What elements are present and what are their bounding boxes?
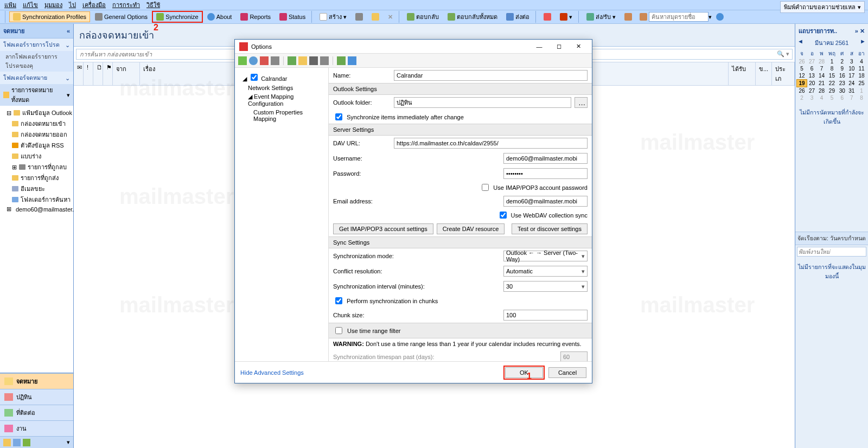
forward-button[interactable]: ส่งต่อ — [502, 10, 533, 23]
browse-folder-button[interactable]: … — [575, 97, 588, 108]
col-size[interactable]: ข... — [756, 62, 772, 85]
col-importance[interactable]: ! — [84, 62, 93, 85]
cancel-button[interactable]: Cancel — [548, 367, 586, 378]
col-category[interactable]: ประเภ — [772, 62, 795, 85]
password-input[interactable] — [503, 168, 588, 179]
add-profile-icon[interactable] — [238, 56, 247, 65]
folder-list-icon[interactable] — [13, 439, 21, 446]
menu-go[interactable]: ไป — [69, 0, 76, 10]
synchronize-button[interactable]: Synchronize — [152, 11, 202, 22]
sync-mode-select[interactable]: Outlook ← → Server (Two-Way)▾ — [503, 251, 588, 261]
reply-all-button[interactable]: ตอบกลับทั้งหมด — [444, 10, 501, 23]
tree-junk[interactable]: อีเมลขยะ — [12, 183, 72, 194]
nav-overflow[interactable]: ▾ — [67, 439, 70, 446]
notes-icon[interactable] — [3, 439, 11, 446]
ok-button[interactable]: OK — [505, 367, 543, 378]
col-from[interactable]: จาก — [113, 62, 140, 85]
interval-select[interactable]: 30▾ — [503, 281, 588, 292]
cal-prev[interactable]: ◄ — [797, 38, 803, 48]
tree-sent[interactable]: รายการที่ถูกส่ง — [12, 172, 72, 183]
help-button[interactable] — [712, 11, 727, 22]
nav-contacts[interactable]: ที่ติดต่อ — [0, 405, 73, 420]
log-icon[interactable] — [320, 56, 329, 65]
name-input[interactable] — [394, 70, 588, 81]
send-receive-button[interactable]: ส่ง/รับ ▾ — [583, 10, 620, 23]
reports-button[interactable]: Reports — [237, 11, 275, 22]
chunk-size-input[interactable] — [503, 310, 588, 321]
conflict-select[interactable]: Automatic▾ — [503, 266, 588, 277]
cal-next[interactable]: ► — [860, 38, 866, 48]
nav-tasks[interactable]: งาน — [0, 420, 73, 436]
create-dav-button[interactable]: Create DAV resource — [437, 223, 505, 234]
todo-collapse[interactable]: » — [855, 28, 858, 34]
mail-folders-header[interactable]: โฟลเดอร์จดหมาย⌄ — [0, 72, 73, 84]
chunks-check[interactable] — [335, 297, 342, 304]
collapse-icon[interactable]: « — [67, 28, 70, 34]
use-webdav-check[interactable] — [500, 212, 507, 219]
search-icon[interactable]: 🔍 ▾ — [777, 50, 789, 57]
col-icon[interactable]: ✉ — [74, 62, 84, 85]
tree-drafts[interactable]: แบบร่าง — [12, 151, 72, 162]
profile-checkbox[interactable] — [251, 74, 258, 81]
status-button[interactable]: Status — [276, 11, 309, 22]
export-icon[interactable] — [337, 56, 346, 65]
new-task-input[interactable] — [797, 247, 866, 257]
menu-help[interactable]: วิธีใช้ — [146, 0, 160, 10]
all-mail-items[interactable]: รายการจดหมายทั้งหมด ▾ — [0, 84, 73, 106]
tree-network[interactable]: Network Settings — [248, 84, 326, 92]
use-imap-check[interactable] — [482, 184, 489, 191]
print-button[interactable] — [352, 11, 367, 22]
menu-actions[interactable]: การกระทำ — [112, 0, 140, 10]
outlook-folder-input[interactable] — [394, 97, 571, 108]
categorize-button[interactable] — [540, 11, 555, 22]
test-discover-button[interactable]: Test or discover settings — [512, 223, 588, 234]
about-button[interactable]: About — [203, 11, 236, 22]
address-book-search[interactable]: ▾ — [640, 12, 712, 22]
menu-tools[interactable]: เครื่องมือ — [82, 0, 106, 10]
task-sort-header[interactable]: จัดเรียงตาม: วันครบกำหนด — [795, 232, 868, 245]
window-close[interactable]: ✕ — [569, 41, 588, 52]
flag-button[interactable]: ▾ — [556, 11, 576, 22]
reply-button[interactable]: ตอบกลับ — [403, 10, 443, 23]
tree-outbox[interactable]: กล่องจดหมายออก — [12, 129, 72, 140]
mini-calendar[interactable]: จอพพฤศสอา2627281234567891011121314151617… — [795, 48, 868, 103]
cache-icon[interactable] — [309, 56, 318, 65]
import-icon[interactable] — [348, 56, 356, 65]
new-button[interactable]: สร้าง ▾ — [316, 10, 350, 23]
col-attach[interactable]: 🗋 — [93, 62, 103, 85]
tree-mapping[interactable]: ◢ Event Mapping Configuration — [248, 92, 326, 108]
delete-icon[interactable] — [260, 56, 269, 65]
tree-search[interactable]: โฟลเดอร์การค้นหา — [12, 194, 72, 205]
nav-calendar[interactable]: ปฏิทิน — [0, 389, 73, 405]
menu-view[interactable]: มุมมอง — [44, 0, 62, 10]
use-range-check[interactable] — [335, 327, 342, 334]
username-input[interactable] — [503, 153, 588, 164]
menu-edit[interactable]: แก้ไข — [23, 0, 38, 10]
window-maximize[interactable]: ◻ — [550, 41, 568, 52]
col-received[interactable]: ได้รับ — [729, 62, 756, 85]
tree-account[interactable]: ⊞ demo60@mailmaster.mob — [7, 205, 72, 213]
favorite-folders-header[interactable]: โฟลเดอร์รายการโปรด⌄ — [0, 39, 73, 51]
dav-url-input[interactable] — [394, 138, 588, 149]
menu-file[interactable]: แฟ้ม — [4, 0, 16, 10]
get-imap-button[interactable]: Get IMAP/POP3 account settings — [333, 223, 433, 234]
todo-close[interactable]: ✕ — [860, 28, 865, 34]
window-minimize[interactable]: — — [530, 41, 548, 52]
delete-button[interactable]: ✕ — [384, 12, 397, 22]
hide-advanced-link[interactable]: Hide Advanced Settings — [240, 369, 304, 376]
col-flag[interactable]: ⚑ — [103, 62, 113, 85]
tree-inbox[interactable]: กล่องจดหมายเข้า — [12, 118, 72, 129]
tree-deleted[interactable]: ⊞ รายการที่ถูกลบ — [12, 162, 72, 172]
add-multi-icon[interactable] — [249, 56, 258, 65]
tree-outlook-data[interactable]: ⊟ แฟ้มข้อมูล Outlook — [7, 107, 72, 118]
tree-root[interactable]: ◢ Calrandar — [242, 71, 326, 84]
tree-rss[interactable]: ตัวดึงข้อมูล RSS — [12, 140, 72, 151]
shortcuts-icon[interactable] — [23, 439, 30, 446]
search-button[interactable] — [621, 11, 636, 22]
sync-profiles-button[interactable]: Synchronization Profiles — [9, 11, 90, 22]
up-icon[interactable] — [288, 56, 296, 65]
help-search-box[interactable]: พิมพ์คำถามขอความช่วยเหล▾ — [780, 1, 865, 13]
move-button[interactable] — [368, 11, 383, 22]
email-input[interactable] — [503, 196, 588, 207]
open-folder-icon[interactable] — [298, 56, 307, 65]
